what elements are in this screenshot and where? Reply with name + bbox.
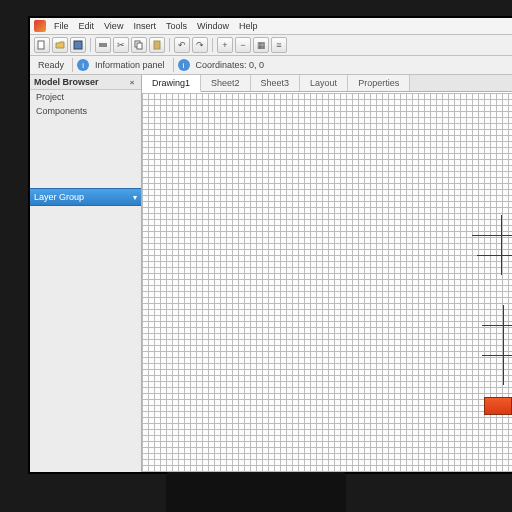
svg-rect-5 (154, 41, 160, 49)
redo-icon[interactable]: ↷ (192, 37, 208, 53)
sidebar-spacer (30, 118, 141, 188)
app-window: File Edit View Insert Tools Window Help … (30, 18, 512, 472)
tab-properties[interactable]: Properties (348, 75, 410, 91)
content-area: Model Browser × Project Components Layer… (30, 75, 512, 472)
menubar: File Edit View Insert Tools Window Help (30, 18, 512, 35)
separator (212, 38, 213, 52)
sidebar-bottom (30, 206, 141, 472)
new-icon[interactable] (34, 37, 50, 53)
info-label-1: Information panel (91, 60, 169, 70)
copy-icon[interactable] (131, 37, 147, 53)
separator (169, 38, 170, 52)
sidebar: Model Browser × Project Components Layer… (30, 75, 142, 472)
layers-icon[interactable]: ≡ (271, 37, 287, 53)
paste-icon[interactable] (149, 37, 165, 53)
sidebar-header: Model Browser × (30, 75, 141, 90)
chevron-down-icon: ▾ (133, 193, 137, 202)
grid-icon[interactable]: ▦ (253, 37, 269, 53)
save-icon[interactable] (70, 37, 86, 53)
menu-edit[interactable]: Edit (75, 20, 99, 32)
menu-tools[interactable]: Tools (162, 20, 191, 32)
tab-layout[interactable]: Layout (300, 75, 348, 91)
status-label: Ready (34, 60, 68, 70)
app-icon (34, 20, 46, 32)
sidebar-title: Model Browser (34, 77, 99, 87)
menu-view[interactable]: View (100, 20, 127, 32)
separator (173, 58, 174, 72)
separator (72, 58, 73, 72)
sidebar-item-project[interactable]: Project (30, 90, 141, 104)
tab-drawing1[interactable]: Drawing1 (142, 75, 201, 92)
svg-rect-1 (74, 41, 82, 49)
main-toolbar: ✂ ↶ ↷ + − ▦ ≡ (30, 35, 512, 56)
undo-icon[interactable]: ↶ (174, 37, 190, 53)
info-toolbar: Ready i Information panel i Coordinates:… (30, 56, 512, 75)
canvas-area: Drawing1 Sheet2 Sheet3 Layout Properties (142, 75, 512, 472)
svg-rect-2 (99, 43, 107, 47)
svg-rect-4 (137, 43, 142, 49)
close-icon[interactable]: × (127, 77, 137, 87)
menu-help[interactable]: Help (235, 20, 262, 32)
tab-sheet3[interactable]: Sheet3 (251, 75, 301, 91)
info-label-2: Coordinates: 0, 0 (192, 60, 269, 70)
tab-sheet2[interactable]: Sheet2 (201, 75, 251, 91)
menu-window[interactable]: Window (193, 20, 233, 32)
sidebar-dropdown-label: Layer Group (34, 192, 84, 202)
monitor-stand (166, 472, 346, 512)
menu-insert[interactable]: Insert (129, 20, 160, 32)
tabstrip: Drawing1 Sheet2 Sheet3 Layout Properties (142, 75, 512, 92)
menu-file[interactable]: File (50, 20, 73, 32)
cut-icon[interactable]: ✂ (113, 37, 129, 53)
info-icon[interactable]: i (178, 59, 190, 71)
sidebar-item-components[interactable]: Components (30, 104, 141, 118)
drawing-grid[interactable] (142, 93, 512, 472)
open-icon[interactable] (52, 37, 68, 53)
separator (90, 38, 91, 52)
print-icon[interactable] (95, 37, 111, 53)
sidebar-dropdown[interactable]: Layer Group ▾ (30, 188, 141, 206)
zoom-out-icon[interactable]: − (235, 37, 251, 53)
zoom-in-icon[interactable]: + (217, 37, 233, 53)
svg-rect-0 (38, 41, 44, 49)
info-icon[interactable]: i (77, 59, 89, 71)
